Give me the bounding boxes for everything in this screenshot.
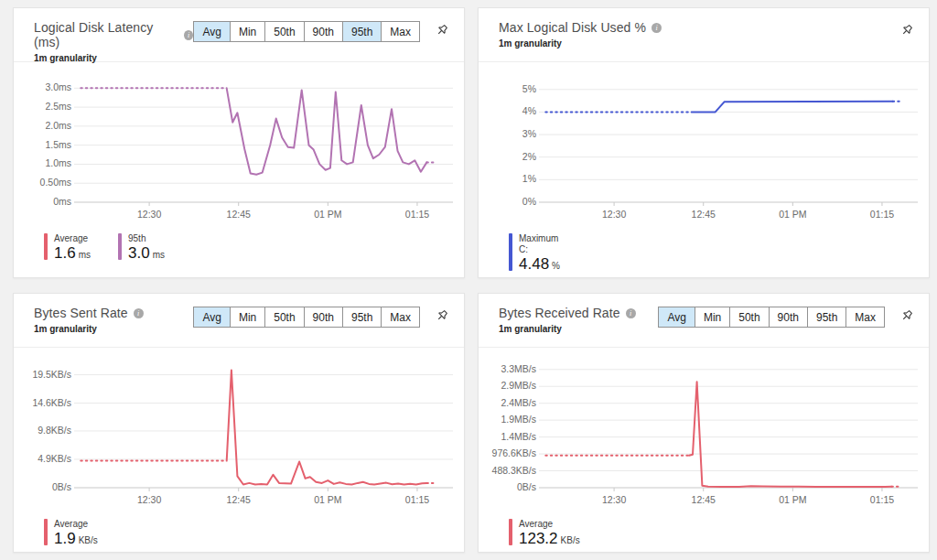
agg-button-90th[interactable]: 90th [305, 307, 343, 328]
x-axis-tick-label: 01:15 [870, 494, 894, 505]
legend-unit: KB/s [79, 535, 98, 545]
legend-label: Average [519, 519, 580, 530]
y-axis-tick-label: 5% [522, 83, 536, 94]
pin-icon[interactable] [434, 308, 449, 328]
y-axis-tick-label: 3.0ms [45, 81, 71, 92]
x-axis-tick-label: 01 PM [314, 209, 341, 220]
legend-label: 95th [128, 233, 165, 244]
legend-item: 95th3.0ms [118, 233, 165, 264]
series-line-maximum-c- [692, 102, 893, 113]
agg-button-avg[interactable]: Avg [658, 307, 695, 328]
legend-color-bar [118, 233, 122, 260]
legend-item: Average1.6ms [44, 233, 91, 264]
legend-item: Average1.9KB/s [44, 519, 98, 550]
agg-button-avg[interactable]: Avg [193, 21, 230, 42]
legend-unit: ms [79, 250, 91, 260]
panel-bytes-received-rate: Bytes Received Rate i 1m granularity Avg… [478, 293, 930, 553]
title-block: Bytes Received Rate i 1m granularity [499, 306, 636, 334]
x-axis-tick-label: 01:15 [870, 209, 894, 220]
granularity-label: 1m granularity [499, 38, 662, 48]
x-axis-tick-label: 01 PM [779, 494, 806, 505]
info-icon[interactable]: i [184, 30, 194, 40]
y-axis-tick-label: 2.5ms [45, 101, 71, 112]
agg-button-min[interactable]: Min [695, 307, 730, 328]
y-axis-tick-label: 9.8KB/s [38, 425, 71, 436]
agg-button-max[interactable]: Max [846, 307, 885, 328]
info-icon[interactable]: i [626, 308, 636, 318]
legend: Average123.2KB/s [479, 515, 929, 552]
legend-value: 1.9KB/s [54, 530, 98, 550]
x-axis-tick-label: 01:15 [405, 209, 429, 220]
series-line-95th [227, 88, 427, 174]
y-axis-tick-label: 1.9MB/s [501, 414, 536, 425]
info-icon[interactable]: i [652, 23, 662, 33]
legend-color-bar [509, 233, 512, 271]
agg-button-90th[interactable]: 90th [770, 307, 808, 328]
panel-logical-disk-latency: Logical Disk Latency (ms) i 1m granulari… [13, 7, 465, 278]
series-line-average [227, 371, 427, 485]
aggregation-button-group: AvgMin50th90th95thMax [193, 307, 420, 328]
legend-label: Maximum [519, 233, 560, 244]
y-axis-tick-label: 4.9KB/s [38, 453, 71, 464]
agg-button-max[interactable]: Max [382, 21, 420, 42]
pin-icon[interactable] [899, 308, 914, 328]
panel-title: Bytes Received Rate [499, 306, 620, 320]
panel-header: Logical Disk Latency (ms) i 1m granulari… [14, 8, 464, 62]
y-axis-tick-label: 2.0ms [45, 120, 71, 131]
panel-bytes-sent-rate: Bytes Sent Rate i 1m granularity AvgMin5… [13, 293, 465, 553]
y-axis-tick-label: 0ms [53, 196, 71, 207]
info-icon[interactable]: i [134, 308, 144, 318]
pin-icon[interactable] [899, 23, 914, 42]
aggregation-button-group: AvgMin50th90th95thMax [193, 21, 420, 42]
agg-button-95th[interactable]: 95th [343, 307, 382, 328]
agg-button-avg[interactable]: Avg [193, 307, 230, 328]
agg-button-90th[interactable]: 90th [305, 21, 343, 42]
y-axis-tick-label: 0% [522, 196, 536, 207]
y-axis-tick-label: 3.3MB/s [501, 363, 536, 374]
granularity-label: 1m granularity [34, 324, 144, 334]
agg-button-95th[interactable]: 95th [343, 21, 382, 42]
title-block: Max Logical Disk Used % i 1m granularity [499, 20, 662, 48]
y-axis-tick-label: 1.0ms [45, 157, 71, 168]
legend-value: 123.2KB/s [519, 530, 580, 550]
title-block: Bytes Sent Rate i 1m granularity [34, 306, 144, 334]
y-axis-tick-label: 976.6KB/s [492, 447, 536, 458]
x-axis-tick-label: 01:15 [405, 494, 429, 505]
panel-max-logical-disk-used: Max Logical Disk Used % i 1m granularity… [478, 7, 930, 278]
chart-bytes-received-rate[interactable]: 3.3MB/s2.9MB/s2.4MB/s1.9MB/s1.4MB/s976.6… [479, 352, 929, 515]
panel-title: Max Logical Disk Used % [499, 20, 646, 35]
x-axis-tick-label: 12:45 [227, 494, 251, 505]
agg-button-50th[interactable]: 50th [265, 21, 304, 42]
chart-logical-disk-latency[interactable]: 3.0ms2.5ms2.0ms1.5ms1.0ms0.50ms0ms12:301… [14, 67, 464, 230]
agg-button-min[interactable]: Min [231, 21, 265, 42]
agg-button-min[interactable]: Min [231, 307, 265, 328]
panel-header: Bytes Received Rate i 1m granularity Avg… [479, 294, 929, 348]
legend: Average1.6ms95th3.0ms [14, 230, 464, 277]
y-axis-tick-label: 14.6KB/s [32, 397, 71, 408]
title-block: Logical Disk Latency (ms) i 1m granulari… [34, 20, 193, 63]
y-axis-tick-label: 4% [522, 105, 536, 116]
agg-button-50th[interactable]: 50th [265, 307, 304, 328]
legend-sublabel: C: [519, 244, 560, 255]
agg-button-95th[interactable]: 95th [808, 307, 846, 328]
y-axis-tick-label: 2% [522, 151, 536, 162]
y-axis-tick-label: 1% [522, 173, 536, 184]
y-axis-tick-label: 2.4MB/s [501, 397, 536, 408]
agg-button-50th[interactable]: 50th [730, 307, 769, 328]
x-axis-tick-label: 01 PM [314, 494, 341, 505]
pin-icon[interactable] [434, 23, 449, 42]
legend-value: 1.6ms [54, 244, 91, 264]
legend: MaximumC:4.48% [479, 230, 929, 277]
x-axis-tick-label: 12:30 [602, 209, 626, 220]
y-axis-tick-label: 3% [522, 128, 536, 139]
x-axis-tick-label: 12:45 [692, 494, 716, 505]
agg-button-max[interactable]: Max [382, 307, 420, 328]
chart-max-logical-disk-used[interactable]: 5%4%3%2%1%0%12:3012:4501 PM01:15 [479, 67, 929, 230]
y-axis-tick-label: 0B/s [52, 481, 71, 492]
chart-bytes-sent-rate[interactable]: 19.5KB/s14.6KB/s9.8KB/s4.9KB/s0B/s12:301… [14, 352, 464, 515]
legend-color-bar [509, 519, 512, 545]
y-axis-tick-label: 1.5ms [45, 139, 71, 150]
aggregation-button-group: AvgMin50th90th95thMax [658, 307, 885, 328]
legend-value: 3.0ms [128, 244, 165, 264]
granularity-label: 1m granularity [499, 324, 636, 334]
